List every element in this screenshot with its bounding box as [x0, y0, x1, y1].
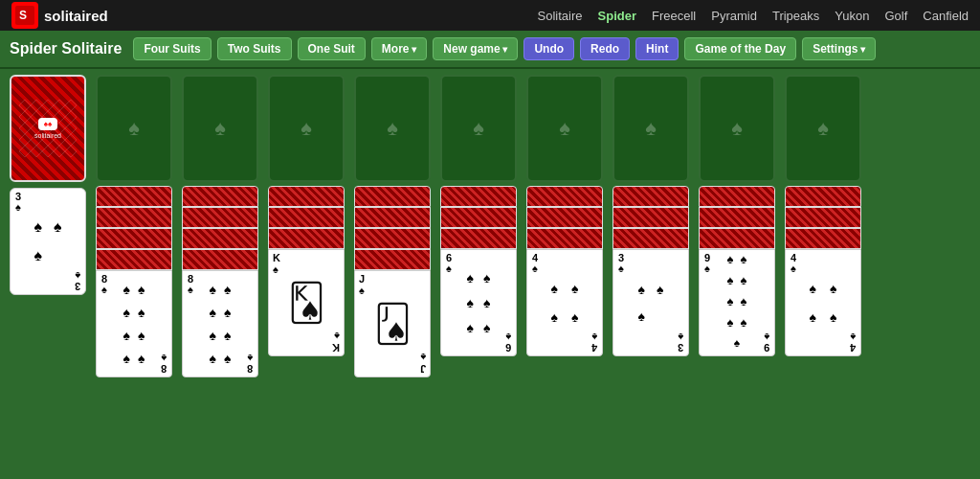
card-back-4 [354, 249, 431, 270]
card-back-1 [182, 186, 258, 207]
card-rank-top: 9♠ [704, 253, 710, 274]
card-back-4 [96, 249, 172, 270]
card-back-2 [526, 207, 603, 228]
more-button[interactable]: More [371, 37, 427, 60]
two-suits-button[interactable]: Two Suits [217, 37, 292, 60]
stock-logo-text: solitaired [34, 132, 61, 139]
col3-cards: K♠ 🂮 K♠ [268, 186, 345, 356]
card-back-1 [96, 186, 172, 207]
card-rank-bottom: 3♠ [678, 331, 683, 353]
card-rank-bottom: 4♠ [850, 331, 856, 353]
card-jack-spades[interactable]: J♠ 🂫 J♠ [354, 270, 431, 377]
king-rank-top: K♠ [273, 252, 280, 275]
card-rank-bottom: 8♠ [247, 353, 253, 374]
card-back-3 [440, 228, 517, 249]
card-back-2 [699, 207, 775, 228]
card-8-spades-col2[interactable]: 8♠ ♠♠ ♠♠ ♠♠ ♠♠ 8♠ [182, 270, 258, 377]
card-back-2 [268, 207, 345, 228]
col5-cards: 6♠ ♠♠ ♠♠ ♠♠ 6♠ [440, 186, 517, 356]
new-game-button[interactable]: New game [433, 37, 518, 60]
redo-button[interactable]: Redo [580, 37, 630, 60]
card-back-2 [785, 207, 861, 228]
card-back-1 [699, 186, 775, 207]
card-3-spades[interactable]: 3♠ ♠♠ ♠♠ 3♠ [10, 188, 86, 295]
four-suits-button[interactable]: Four Suits [133, 37, 211, 60]
card-rank-bottom: 8♠ [161, 353, 167, 374]
card-back-1 [612, 186, 689, 207]
card-back-2 [96, 207, 172, 228]
nav-freecell[interactable]: Freecell [652, 9, 696, 23]
card-back-4 [182, 249, 258, 270]
col7: ♠ 3♠ ♠♠ ♠♠ 3♠ [611, 75, 691, 473]
card-rank-top: 3♠ [15, 192, 21, 213]
card-back-2 [354, 207, 431, 228]
logo-text: solitaired [44, 8, 108, 24]
nav-solitaire[interactable]: Solitaire [538, 9, 583, 23]
card-back-3 [96, 228, 172, 249]
col9-empty-slot: ♠ [785, 75, 861, 182]
nav-canfield[interactable]: Canfield [923, 9, 969, 23]
card-rank-bottom: 4♠ [591, 331, 597, 353]
game-title: Spider Solitaire [10, 40, 122, 57]
card-back-1 [268, 186, 345, 207]
col8: ♠ 9♠ ♠♠ ♠♠ ♠♠ ♠♠ ♠ 9♠ [697, 75, 777, 473]
logo: S solitaired [11, 2, 108, 29]
game-of-the-day-button[interactable]: Game of the Day [684, 37, 796, 60]
card-back-3 [182, 228, 258, 249]
card-back-2 [182, 207, 258, 228]
card-rank-top: 8♠ [101, 274, 107, 295]
card-back-1 [526, 186, 603, 207]
nav-yukon[interactable]: Yukon [835, 9, 869, 23]
king-rank-bottom: K♠ [332, 331, 340, 354]
card-back-2 [612, 207, 689, 228]
card-back-3 [699, 228, 775, 249]
card-back-3 [612, 228, 689, 249]
card-rank-bottom: 6♠ [505, 331, 511, 353]
col9-cards: 4♠ ♠♠ ♠♠ 4♠ [785, 186, 861, 356]
stock-pile[interactable]: ♠♠ solitaired [10, 75, 86, 182]
game-toolbar: Spider Solitaire Four Suits Two Suits On… [0, 31, 980, 69]
card-back-3 [785, 228, 861, 249]
col6-empty-slot: ♠ [526, 75, 603, 182]
nav-bar: S solitaired Solitaire Spider Freecell P… [0, 0, 980, 31]
card-rank-top: 3♠ [618, 253, 624, 274]
one-suit-button[interactable]: One Suit [298, 37, 366, 60]
col2: ♠ 8♠ ♠♠ ♠♠ ♠♠ ♠♠ 8♠ [180, 75, 260, 473]
hint-button[interactable]: Hint [635, 37, 679, 60]
card-8-spades-col1[interactable]: 8♠ ♠♠ ♠♠ ♠♠ ♠♠ 8♠ [96, 270, 172, 377]
col3: ♠ K♠ 🂮 K♠ [266, 75, 346, 473]
col2-cards: 8♠ ♠♠ ♠♠ ♠♠ ♠♠ 8♠ [182, 186, 258, 377]
card-4-spades-col9[interactable]: 4♠ ♠♠ ♠♠ 4♠ [785, 249, 861, 356]
nav-golf[interactable]: Golf [884, 9, 907, 23]
king-figure: 🂮 [288, 282, 325, 324]
settings-button[interactable]: Settings [802, 37, 876, 60]
card-back-1 [354, 186, 431, 207]
card-rank-top: 8♠ [188, 274, 193, 295]
nav-spider[interactable]: Spider [598, 9, 636, 23]
card-king-spades[interactable]: K♠ 🂮 K♠ [268, 249, 345, 356]
card-rank-top: 4♠ [791, 253, 796, 274]
card-back-3 [354, 228, 431, 249]
undo-button[interactable]: Undo [523, 37, 574, 60]
card-6-spades[interactable]: 6♠ ♠♠ ♠♠ ♠♠ 6♠ [440, 249, 517, 356]
card-9-spades[interactable]: 9♠ ♠♠ ♠♠ ♠♠ ♠♠ ♠ 9♠ [699, 249, 775, 356]
card-4-spades-col6[interactable]: 4♠ ♠♠ ♠♠ 4♠ [526, 249, 603, 356]
nav-pyramid[interactable]: Pyramid [711, 9, 757, 23]
jack-figure: 🂫 [374, 303, 412, 345]
nav-links: Solitaire Spider Freecell Pyramid Tripea… [538, 9, 969, 23]
col4-cards: J♠ 🂫 J♠ [354, 186, 431, 377]
col6: ♠ 4♠ ♠♠ ♠♠ 4♠ [524, 75, 605, 473]
card-3-spades-col7[interactable]: 3♠ ♠♠ ♠♠ 3♠ [612, 249, 689, 356]
card-back-1 [785, 186, 861, 207]
col5: ♠ 6♠ ♠♠ ♠♠ ♠♠ 6♠ [438, 75, 519, 473]
col3-empty-slot: ♠ [268, 75, 345, 182]
stock-pile-column: ♠♠ solitaired 3♠ ♠♠ ♠♠ 3♠ [8, 75, 88, 473]
col9: ♠ 4♠ ♠♠ ♠♠ 4♠ [783, 75, 863, 473]
card-back-3 [526, 228, 603, 249]
game-area: ♠♠ solitaired 3♠ ♠♠ ♠♠ 3♠ ♠ [0, 69, 980, 479]
col4-empty-slot: ♠ [354, 75, 431, 182]
col1-empty-slot: ♠ [96, 75, 172, 182]
card-back-2 [440, 207, 517, 228]
nav-tripeaks[interactable]: Tripeaks [772, 9, 819, 23]
col8-empty-slot: ♠ [699, 75, 775, 182]
